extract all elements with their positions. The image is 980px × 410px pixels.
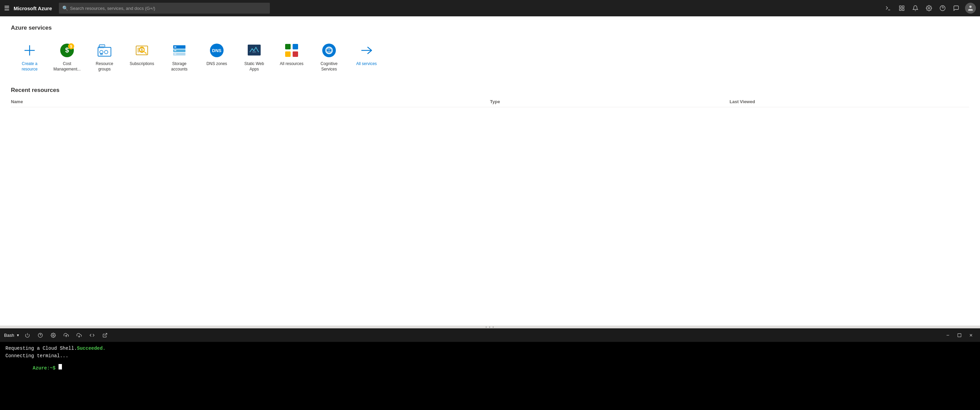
shell-connecting-text: Connecting terminal... [5, 352, 68, 360]
directory-icon[interactable] [896, 2, 908, 14]
svg-point-48 [53, 335, 54, 336]
service-label-dns-zones: DNS zones [207, 61, 227, 67]
svg-line-26 [145, 52, 146, 53]
service-label-all-services: All services [356, 61, 377, 67]
resource-groups-icon [96, 42, 113, 59]
service-create-resource[interactable]: Create aresource [11, 38, 48, 76]
svg-line-25 [143, 51, 147, 54]
shell-content[interactable]: Requesting a Cloud Shell. Succeeded. Con… [0, 342, 980, 410]
shell-upload-button[interactable] [61, 330, 72, 341]
service-cost-management[interactable]: $ $ CostManagement... [48, 38, 86, 76]
hamburger-button[interactable]: ☰ [4, 5, 10, 12]
shell-output-line2: Connecting terminal... [5, 352, 975, 360]
service-label-static-web-apps: Static WebApps [244, 61, 264, 72]
shell-window-controls [943, 330, 976, 341]
shell-open-session-button[interactable] [100, 330, 110, 341]
recent-resources-title: Recent resources [11, 87, 969, 94]
recent-table-header: Name Type Last Viewed [11, 99, 969, 107]
subscriptions-icon: $ [134, 42, 150, 59]
service-dns-zones[interactable]: DNS DNS zones [198, 38, 235, 76]
all-services-arrow-icon [358, 42, 375, 59]
cognitive-services-icon [321, 42, 337, 59]
shell-requesting-text: Requesting a Cloud Shell. [5, 345, 77, 352]
service-label-cost-management: CostManagement... [53, 61, 81, 72]
shell-download-button[interactable] [74, 330, 84, 341]
svg-rect-1 [899, 6, 901, 8]
svg-rect-38 [293, 44, 298, 49]
create-resource-icon [21, 42, 38, 59]
top-navigation: ☰ Microsoft Azure 🔍 [0, 0, 980, 16]
settings-icon[interactable] [923, 2, 935, 14]
shell-type-dropdown-icon: ▼ [16, 333, 20, 337]
shell-settings-button[interactable] [48, 330, 59, 341]
service-label-resource-groups: Resourcegroups [95, 61, 113, 72]
svg-text:</>: </> [252, 50, 256, 53]
svg-point-8 [969, 6, 972, 8]
shell-output-line1: Requesting a Cloud Shell. Succeeded. [5, 345, 975, 352]
shell-prompt-text: Azure:~$ [33, 364, 56, 372]
svg-point-5 [928, 8, 930, 9]
service-storage-accounts[interactable]: Storageaccounts [161, 38, 198, 76]
dns-zones-icon: DNS [208, 42, 225, 59]
shell-maximize-button[interactable] [954, 330, 964, 341]
svg-rect-19 [100, 53, 103, 55]
svg-point-18 [105, 50, 108, 54]
shell-prompt-line: Azure:~$ [5, 364, 975, 372]
svg-rect-32 [174, 53, 176, 54]
recent-resources-section: Recent resources Name Type Last Viewed [11, 87, 969, 129]
service-cognitive-services[interactable]: CognitiveServices [310, 38, 348, 76]
search-icon: 🔍 [62, 5, 68, 11]
shell-type-selector[interactable]: Bash ▼ [4, 333, 20, 338]
service-static-web-apps[interactable]: </> Static WebApps [235, 38, 273, 76]
search-input[interactable] [70, 6, 266, 11]
svg-rect-22 [137, 48, 140, 53]
shell-succeeded-text: Succeeded. [77, 345, 105, 352]
brand-name: Microsoft Azure [14, 5, 52, 11]
help-icon[interactable] [937, 2, 949, 14]
shell-power-button[interactable] [22, 330, 33, 341]
svg-line-51 [105, 333, 107, 336]
shell-type-label: Bash [4, 333, 14, 338]
shell-resize-handle[interactable]: • • • [0, 325, 980, 328]
shell-code-editor-button[interactable] [87, 330, 97, 341]
feedback-icon[interactable] [950, 2, 962, 14]
svg-text:DNS: DNS [212, 48, 221, 53]
notifications-icon[interactable] [909, 2, 921, 14]
header-type-col: Type [490, 99, 730, 104]
shell-help-button[interactable] [35, 330, 46, 341]
svg-text:$: $ [141, 48, 143, 52]
svg-rect-30 [174, 46, 176, 48]
services-row: Create aresource $ $ CostManagement... [11, 38, 969, 76]
shell-close-button[interactable] [966, 330, 976, 341]
svg-rect-40 [293, 51, 298, 57]
header-last-viewed-col: Last Viewed [730, 99, 969, 104]
svg-point-6 [940, 6, 945, 11]
svg-rect-3 [899, 9, 901, 11]
shell-prompt-space [56, 364, 58, 372]
service-label-storage-accounts: Storageaccounts [171, 61, 188, 72]
shell-minimize-button[interactable] [943, 330, 953, 341]
service-all-services[interactable]: All services [348, 38, 385, 76]
svg-rect-4 [902, 9, 904, 11]
shell-toolbar: Bash ▼ [0, 328, 980, 342]
service-resource-groups[interactable]: Resourcegroups [86, 38, 123, 76]
recent-resources-rows [11, 108, 969, 129]
main-content: Azure services Create aresource $ $ [0, 16, 980, 325]
svg-rect-16 [98, 46, 104, 48]
service-label-subscriptions: Subscriptions [130, 61, 154, 67]
shell-cursor [59, 364, 62, 370]
avatar[interactable] [965, 3, 976, 14]
svg-rect-53 [958, 334, 961, 337]
search-bar: 🔍 [59, 3, 270, 14]
svg-rect-31 [174, 50, 176, 51]
svg-rect-37 [285, 44, 291, 49]
all-resources-icon [283, 42, 300, 59]
service-subscriptions[interactable]: $ Subscriptions [123, 38, 161, 76]
storage-accounts-icon [171, 42, 188, 59]
service-all-resources[interactable]: All resources [273, 38, 310, 76]
header-name-col: Name [11, 99, 490, 104]
cloud-shell-icon[interactable] [882, 2, 894, 14]
service-label-cognitive-services: CognitiveServices [321, 61, 337, 72]
nav-icons [882, 2, 976, 14]
azure-services-title: Azure services [11, 24, 969, 31]
